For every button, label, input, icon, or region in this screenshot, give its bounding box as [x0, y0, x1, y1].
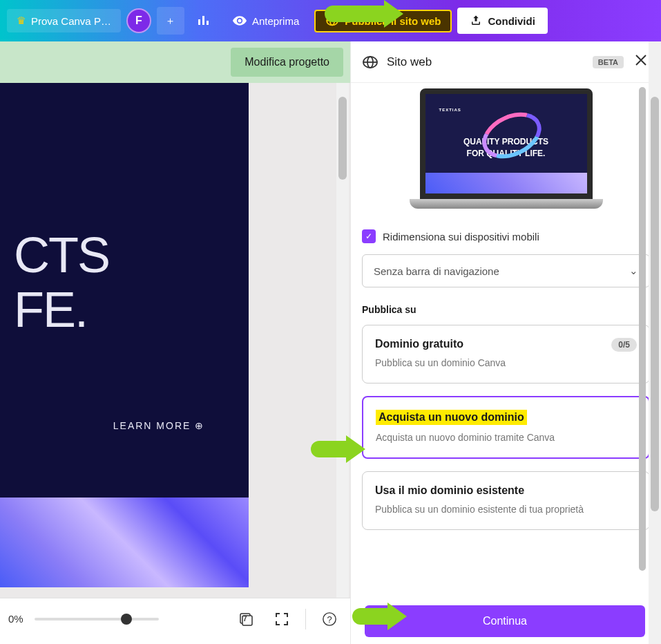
existing-domain-option[interactable]: Usa il mio dominio esistente Pubblica su…: [362, 471, 650, 530]
website-icon: [362, 55, 379, 69]
fullscreen-button[interactable]: [269, 607, 294, 632]
panel-header: Sito web BETA: [351, 41, 661, 83]
resize-mobile-option[interactable]: ✓ Ridimensiona sui dispositivi mobili: [362, 229, 650, 243]
eye-icon: [233, 14, 247, 28]
edit-project-button[interactable]: Modifica progetto: [231, 48, 343, 77]
plus-icon: ＋: [165, 15, 175, 28]
holographic-strip: [0, 498, 249, 587]
zoom-percentage: 0%: [8, 613, 23, 625]
nav-select-value: Senza barra di navigazione: [374, 265, 499, 277]
page-number: 7: [243, 615, 247, 623]
expand-icon: [275, 612, 289, 626]
canvas-pane: Modifica progetto CTS FE. LEARN MORE ⊕ 0…: [0, 41, 350, 644]
existing-domain-title: Usa il mio dominio esistente: [375, 484, 524, 497]
page-scrollbar[interactable]: [649, 41, 661, 644]
bottom-toolbar: 0% 7 ?: [0, 598, 350, 639]
bar-chart-icon: [197, 14, 211, 28]
domain-count-badge: 0/5: [611, 338, 637, 352]
edit-banner: Modifica progetto: [0, 41, 350, 83]
share-label: Condividi: [488, 15, 535, 27]
share-button[interactable]: Condividi: [457, 8, 547, 34]
existing-domain-desc: Pubblica su un dominio esistente di tua …: [375, 502, 637, 517]
upload-icon: [470, 15, 482, 27]
panel-scrollbar-thumb[interactable]: [639, 87, 646, 571]
panel-body: TEXTIAS QUALITY PRODUCTS FOR QUALITY LIF…: [351, 83, 661, 644]
resize-label: Ridimensiona sui dispositivi mobili: [383, 231, 539, 243]
annotation-arrow-buy-domain: [311, 441, 349, 457]
buy-domain-option[interactable]: Acquista un nuovo dominio Acquista un nu…: [362, 396, 650, 459]
laptop-brand: TEXTIAS: [439, 108, 573, 112]
try-canva-pro-button[interactable]: ♛ Prova Canva P…: [7, 9, 121, 32]
laptop-mockup: TEXTIAS QUALITY PRODUCTS FOR QUALITY LIF…: [410, 88, 603, 220]
divider: [305, 609, 306, 629]
free-domain-desc: Pubblica su un dominio Canva: [375, 356, 637, 370]
try-canva-label: Prova Canva P…: [31, 15, 111, 27]
laptop-holo: [425, 173, 587, 193]
avatar-letter: F: [135, 15, 142, 27]
help-button[interactable]: ?: [317, 607, 342, 632]
zoom-slider[interactable]: [35, 618, 159, 621]
laptop-base: [410, 199, 603, 209]
annotation-arrow-continue: [352, 608, 390, 625]
heading-line2: FE.: [14, 283, 235, 337]
beta-badge: BETA: [593, 56, 624, 68]
svg-text:?: ?: [327, 614, 332, 624]
crown-icon: ♛: [17, 15, 26, 27]
preview-heading: CTS FE.: [14, 228, 235, 337]
annotation-arrow-publish: [325, 6, 387, 22]
continue-label: Continua: [483, 615, 527, 627]
pages-button[interactable]: 7: [233, 607, 258, 632]
main-content: Modifica progetto CTS FE. LEARN MORE ⊕ 0…: [0, 41, 661, 644]
learn-more-link[interactable]: LEARN MORE ⊕: [14, 420, 235, 431]
page-scrollbar-thumb[interactable]: [651, 97, 659, 511]
free-domain-title: Dominio gratuito: [375, 338, 463, 350]
edit-project-label: Modifica progetto: [245, 56, 329, 68]
preview-label: Anteprima: [252, 15, 299, 27]
add-button[interactable]: ＋: [157, 7, 184, 35]
resize-checkbox[interactable]: ✓: [362, 229, 376, 243]
laptop-screen: TEXTIAS QUALITY PRODUCTS FOR QUALITY LIF…: [420, 88, 593, 199]
publish-on-label: Pubblica su: [362, 304, 650, 315]
close-icon: [635, 54, 647, 66]
website-preview[interactable]: CTS FE. LEARN MORE ⊕: [0, 83, 249, 498]
zoom-slider-thumb[interactable]: [121, 614, 132, 625]
buy-domain-desc: Acquista un nuovo dominio tramite Canva: [376, 430, 636, 445]
canvas-scrollbar[interactable]: [336, 83, 349, 598]
panel-title: Sito web: [387, 55, 584, 69]
close-panel-button[interactable]: [632, 51, 650, 73]
scrollbar-thumb[interactable]: [338, 97, 347, 180]
publish-panel: Sito web BETA TEXTIAS QUALITY PRODUCTS F…: [350, 41, 661, 644]
help-icon: ?: [322, 612, 337, 627]
navigation-select[interactable]: Senza barra di navigazione ⌄: [362, 254, 650, 287]
preview-button[interactable]: Anteprima: [223, 8, 309, 33]
heading-line1: CTS: [14, 228, 235, 283]
buy-domain-title: Acquista un nuovo dominio: [376, 410, 527, 425]
free-domain-option[interactable]: 0/5 Dominio gratuito Pubblica su un domi…: [362, 325, 650, 383]
panel-scrollbar[interactable]: [638, 84, 647, 637]
user-avatar[interactable]: F: [126, 8, 151, 33]
analytics-button[interactable]: [190, 7, 218, 35]
check-icon: ✓: [365, 231, 372, 241]
canvas-area[interactable]: CTS FE. LEARN MORE ⊕: [0, 83, 350, 598]
